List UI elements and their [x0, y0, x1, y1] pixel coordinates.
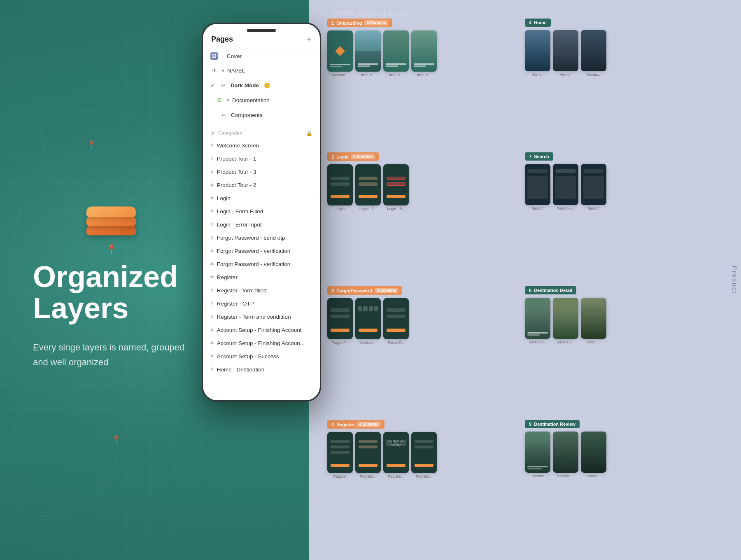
layer-bottom — [86, 225, 137, 236]
hash-login-filled: # — [210, 208, 214, 215]
hash-pt2: # — [210, 182, 214, 188]
screen-home-1: Home - — [525, 30, 550, 77]
register-otp-label: Register - OTP — [217, 301, 254, 307]
screen-onboard-welcome: Welcom... — [327, 30, 353, 77]
page-item-fp-verif2[interactable]: # Forgot Password - verification — [203, 257, 320, 271]
section-search: 7 Search Search Search - — [519, 146, 716, 280]
login-label: Login — [217, 195, 231, 201]
add-page-button[interactable]: + — [306, 35, 312, 44]
page-item-fp-verif1[interactable]: # Forgot Password - verification — [203, 244, 320, 257]
pt3-label: Product Tour - 3 — [217, 169, 256, 175]
cover-label: Cover — [227, 53, 242, 59]
dest-2-label: Detail Ex... — [553, 340, 578, 344]
screen-review-3: Revie... — [581, 432, 606, 478]
page-item-components[interactable]: ↩ Components — [203, 107, 320, 122]
screen-onboard-2: Product ... — [355, 30, 381, 77]
page-item-pt3[interactable]: # Product Tour - 3 — [203, 165, 320, 178]
page-item-login-filled[interactable]: # Login - Form Filled — [203, 205, 320, 218]
login-badge: 2 Login 3 Screens — [327, 152, 379, 161]
page-item-register-filled[interactable]: # Register - form filled — [203, 284, 320, 297]
screen-login-1: Login — [327, 164, 353, 211]
page-item-pt2[interactable]: # Product Tour - 2 — [203, 178, 320, 191]
fp-screens: Forgot P... Verificati... — [327, 298, 513, 345]
section-onboarding: 1 Onboarding 4 Screens Welcom... — [321, 12, 519, 146]
section-home: 4 Home Home - Home - — [519, 12, 716, 146]
screen-login-2: Login - F... — [355, 164, 381, 211]
register-3-label: Register... — [383, 474, 409, 478]
hash-welcome: # — [210, 142, 214, 149]
home-dest-label: Home - Destination — [217, 366, 265, 373]
dest-detail-screens: Detail Ex... Detail Ex... Detail ... — [525, 298, 710, 344]
review-3-label: Revie... — [581, 474, 606, 478]
search-badge: 7 Search — [525, 152, 553, 161]
screen-onboard-4: Product ... — [411, 30, 437, 77]
pages-panel[interactable]: Pages + 🖼 Cover ✈ NAVEL ✓ ↩ Dark Mode 🙂 — [203, 24, 320, 400]
docs-dot — [227, 99, 229, 101]
hash-pt1: # — [210, 155, 214, 162]
onboard-2-label: Product ... — [355, 73, 381, 77]
hash-fp-verif1: # — [210, 247, 214, 254]
page-item-home-dest[interactable]: # Home - Destination — [203, 363, 320, 376]
screen-search-2: Search -... — [553, 164, 578, 210]
page-item-fp-otp[interactable]: # Forgot Password - send otp — [203, 231, 320, 244]
screen-review-2: Review -... — [553, 432, 578, 478]
page-item-cover[interactable]: 🖼 Cover — [203, 49, 320, 63]
canvas-panel: 1 Onboarding 4 Screens Welcom... — [309, 0, 741, 560]
register-1-label: Register — [327, 474, 353, 478]
page-item-darkmode[interactable]: ✓ ↩ Dark Mode 🙂 — [203, 78, 320, 93]
hash-home-dest: # — [210, 366, 214, 373]
screen-fp-2: Verificati... — [355, 298, 381, 345]
page-item-navel[interactable]: ✈ NAVEL — [203, 63, 320, 78]
register-screens: Register Register... — [327, 432, 513, 478]
screen-register-3: Verify Your Identity Register... — [383, 432, 409, 478]
page-item-login-error[interactable]: # Login - Error Input — [203, 218, 320, 231]
page-item-register-otp[interactable]: # Register - OTP — [203, 297, 320, 310]
hash-login: # — [210, 195, 214, 201]
account-success-label: Account Setup - Success — [217, 353, 279, 359]
dest-detail-badge: 6 Destination Detail — [525, 286, 576, 294]
login-screens: Login Login - F... Log — [327, 164, 513, 211]
pages-title: Pages — [211, 35, 233, 44]
login-filled-label: Login - Form Filled — [217, 208, 263, 215]
dest-1-label: Detail Ex... — [525, 340, 550, 344]
screen-home-3: Home... — [581, 30, 606, 77]
hash-pt3: # — [210, 168, 214, 175]
hash-account-finish2: # — [210, 340, 214, 346]
page-item-register[interactable]: # Register — [203, 271, 320, 284]
page-item-account-success[interactable]: # Account Setup - Success — [203, 350, 320, 363]
page-item-account-finish2[interactable]: # Account Setup - Finishing Accoun... — [203, 336, 320, 350]
phone-notch — [247, 29, 276, 32]
page-item-account-finish1[interactable]: # Account Setup - Finishing Account — [203, 323, 320, 336]
darkmode-emoji: 🙂 — [264, 82, 270, 89]
review-1-label: Review — [525, 474, 550, 478]
navel-label: NAVEL — [227, 68, 245, 74]
hash-register-filled: # — [210, 287, 214, 294]
home-2-label: Home - — [553, 72, 578, 77]
page-item-login[interactable]: # Login — [203, 191, 320, 205]
screen-register-4: Register... — [411, 432, 437, 478]
hash-fp-otp: # — [210, 234, 214, 241]
hash-account-finish1: # — [210, 327, 214, 333]
watermark: www.anyusj.com — [334, 7, 407, 18]
fp-badge: 3 ForgotPassword 3 Screens — [327, 286, 402, 295]
page-item-welcome[interactable]: # Welcome Screen — [203, 139, 320, 152]
fp-1-label: Forgot P... — [327, 341, 353, 345]
section-login: 2 Login 3 Screens Login — [321, 146, 519, 280]
screen-onboard-3: Product ... — [383, 30, 409, 77]
home-screens: Home - Home - Home... — [525, 30, 710, 77]
screen-login-3: Login - E... — [383, 164, 409, 211]
register-label: Register — [217, 274, 238, 280]
page-item-register-terms[interactable]: # Register - Term and condititon — [203, 310, 320, 323]
page-item-pt1[interactable]: # Product Tour - 1 — [203, 152, 320, 165]
screen-fp-3: Reset P... — [383, 298, 409, 345]
screen-dest-3: Detail ... — [581, 298, 606, 344]
page-item-docs[interactable]: ⚙ Documentation — [203, 93, 320, 107]
categories-label: ⊞ Categories — [210, 130, 242, 136]
screen-fp-1: Forgot P... — [327, 298, 353, 345]
register-terms-label: Register - Term and condititon — [217, 314, 291, 320]
hash-register-terms: # — [210, 313, 214, 320]
onboard-3-label: Product ... — [383, 73, 409, 77]
logo-pin: 📍 — [106, 244, 117, 255]
darkmode-label: Dark Mode — [231, 82, 259, 89]
redirect-icon: ↩ — [219, 81, 227, 89]
